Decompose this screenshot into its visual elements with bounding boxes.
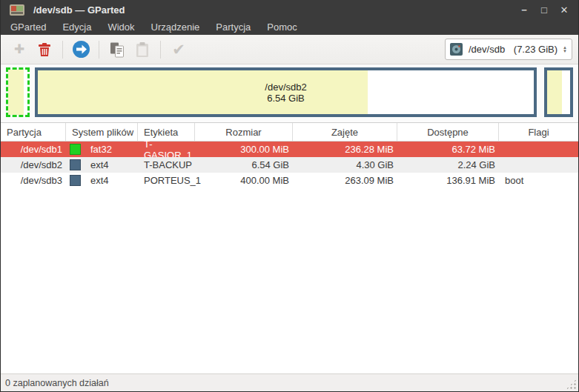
plus-icon: ✚ xyxy=(14,41,24,57)
sdb2-label-name: /dev/sdb2 xyxy=(265,82,306,93)
menu-help[interactable]: Pomoc xyxy=(259,20,305,35)
device-path: /dev/sdb xyxy=(469,44,505,55)
toolbar-separator xyxy=(99,41,99,59)
device-icon xyxy=(450,43,463,56)
column-header-label: Dostępne xyxy=(427,127,469,138)
column-header-size[interactable]: Rozmiar xyxy=(195,123,293,141)
column-header-unused[interactable]: Dostępne xyxy=(397,123,499,141)
table-empty-area xyxy=(1,188,578,373)
paste-icon xyxy=(135,41,150,58)
column-header-label: Zajęte xyxy=(331,127,358,138)
menu-device[interactable]: Urządzenie xyxy=(143,20,208,35)
statusbar: 0 zaplanowanych działań xyxy=(1,373,578,391)
column-header-label: Partycja xyxy=(7,127,42,138)
paste-partition-button[interactable] xyxy=(131,39,153,61)
resize-grip[interactable] xyxy=(566,379,577,390)
menu-view[interactable]: Widok xyxy=(99,20,142,35)
partition-used: 4.30 GiB xyxy=(293,157,397,173)
column-header-label: Etykieta xyxy=(144,127,178,138)
window-controls: − □ ✕ xyxy=(517,4,571,17)
apply-operations-button[interactable]: ✔ xyxy=(168,39,190,61)
column-header-flags[interactable]: Flagi xyxy=(499,123,578,141)
sdb2-label-size: 6.54 GiB xyxy=(267,93,305,104)
filesystem-name: ext4 xyxy=(90,175,109,186)
partition-name: /dev/sdb2 xyxy=(1,157,66,173)
device-selector[interactable]: /dev/sdb (7.23 GiB) ▲▼ xyxy=(445,39,572,60)
partition-unused: 136.91 MiB xyxy=(397,173,499,188)
copy-partition-button[interactable] xyxy=(106,39,128,61)
diskbar-partition-sdb2[interactable]: /dev/sdb2 6.54 GiB xyxy=(35,67,537,117)
column-header-partition[interactable]: Partycja xyxy=(1,123,66,141)
device-size: (7.23 GiB) xyxy=(514,44,558,55)
partition-size: 400.00 MiB xyxy=(195,173,293,188)
ext4-color-swatch xyxy=(70,159,81,170)
pending-operations-text: 0 zaplanowanych działań xyxy=(5,378,109,388)
partition-used: 236.28 MiB xyxy=(293,142,397,157)
partition-used: 263.09 MiB xyxy=(293,173,397,188)
maximize-button[interactable]: □ xyxy=(537,4,551,17)
gparted-window: /dev/sdb — GParted − □ ✕ GParted Edycja … xyxy=(0,0,579,392)
delete-partition-button[interactable] xyxy=(33,39,56,61)
partition-label: T-BACKUP xyxy=(138,157,195,173)
sdb2-label: /dev/sdb2 6.54 GiB xyxy=(38,70,534,114)
menu-edit[interactable]: Edycja xyxy=(54,20,99,35)
trash-icon xyxy=(38,42,51,57)
column-header-used[interactable]: Zajęte xyxy=(293,123,397,141)
column-header-label: Rozmiar xyxy=(225,127,261,138)
filesystem-name: fat32 xyxy=(90,144,112,155)
toolbar-separator xyxy=(62,41,63,59)
device-spinner-arrows[interactable]: ▲▼ xyxy=(563,46,567,53)
filesystem-cell: ext4 xyxy=(66,157,138,173)
diskbar-partition-sdb3[interactable] xyxy=(544,67,573,117)
table-row-sdb1[interactable]: /dev/sdb1 fat32 T-GASIOR_1 300.00 MiB 23… xyxy=(1,142,578,157)
partition-table: Partycja System plików Etykieta Rozmiar … xyxy=(1,123,578,373)
partition-name: /dev/sdb3 xyxy=(1,173,66,188)
copy-icon xyxy=(109,41,125,58)
toolbar: ✚ xyxy=(1,35,578,64)
close-button[interactable]: ✕ xyxy=(558,4,571,17)
partition-unused: 63.72 MiB xyxy=(397,142,499,157)
menubar: GParted Edycja Widok Urządzenie Partycja… xyxy=(1,20,578,35)
table-row-sdb3[interactable]: /dev/sdb3 ext4 PORTEUS_1 400.00 MiB 263.… xyxy=(1,173,578,188)
toolbar-separator xyxy=(160,41,161,59)
fat32-color-swatch xyxy=(70,144,81,155)
column-header-label: Flagi xyxy=(528,127,549,138)
window-title: /dev/sdb — GParted xyxy=(33,4,125,16)
diskbar-partition-sdb1[interactable] xyxy=(6,67,30,117)
titlebar: /dev/sdb — GParted − □ ✕ xyxy=(1,0,578,20)
resize-move-button[interactable] xyxy=(70,39,92,61)
partition-size: 300.00 MiB xyxy=(195,142,293,157)
minimize-button[interactable]: − xyxy=(517,4,531,17)
partition-flags xyxy=(499,142,578,157)
partition-label: T-GASIOR_1 xyxy=(138,142,195,157)
sdb1-used-space xyxy=(8,70,24,115)
ext4-color-swatch xyxy=(70,175,81,186)
column-header-label: System plików xyxy=(72,127,133,138)
menu-gparted[interactable]: GParted xyxy=(2,20,54,35)
checkmark-icon: ✔ xyxy=(172,41,185,59)
partition-label: PORTEUS_1 xyxy=(138,173,195,188)
column-header-filesystem[interactable]: System plików xyxy=(66,123,138,141)
filesystem-name: ext4 xyxy=(90,159,109,170)
new-partition-button[interactable]: ✚ xyxy=(8,39,30,61)
table-header: Partycja System plików Etykieta Rozmiar … xyxy=(1,123,578,142)
table-row-sdb2[interactable]: /dev/sdb2 ext4 T-BACKUP 6.54 GiB 4.30 Gi… xyxy=(1,157,578,173)
filesystem-cell: ext4 xyxy=(66,173,138,188)
resize-arrow-icon xyxy=(72,40,90,59)
partition-size: 6.54 GiB xyxy=(195,157,293,173)
partition-flags xyxy=(499,157,578,173)
disk-visual-panel: /dev/sdb2 6.54 GiB xyxy=(1,64,578,123)
sdb3-used-space xyxy=(547,70,562,114)
partition-unused: 2.24 GiB xyxy=(397,157,499,173)
menu-partition[interactable]: Partycja xyxy=(208,20,259,35)
sdb1-unused-space xyxy=(24,70,27,115)
partition-name: /dev/sdb1 xyxy=(1,142,66,157)
filesystem-cell: fat32 xyxy=(66,142,138,157)
gparted-app-icon xyxy=(10,4,24,16)
partition-flags: boot xyxy=(499,173,578,188)
